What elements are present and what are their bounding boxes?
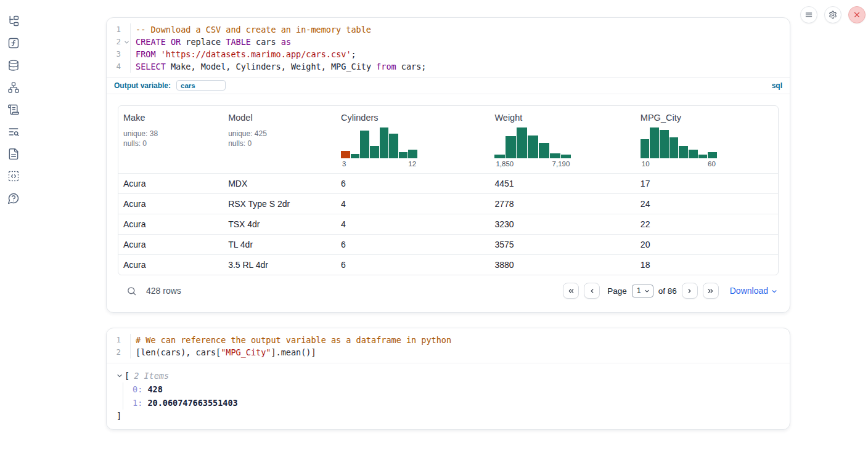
sql-code-editor[interactable]: 1-- Download a CSV and create an in-memo… — [107, 18, 790, 77]
sidebar-item-file-explorer[interactable] — [7, 15, 20, 27]
code-line[interactable]: 1-- Download a CSV and create an in-memo… — [107, 23, 790, 36]
column-histogram — [341, 127, 417, 158]
last-page-button[interactable] — [703, 283, 719, 299]
sidebar-item-documentation[interactable] — [7, 148, 20, 160]
column-header-cylinders[interactable]: Cylinders312 — [336, 106, 489, 173]
table-row[interactable]: AcuraTSX 4dr4323022 — [118, 214, 778, 234]
sidebar-item-scratchpad[interactable] — [7, 103, 20, 116]
sidebar — [0, 0, 30, 449]
line-number: 3 — [107, 48, 123, 60]
histogram-bar — [494, 155, 505, 159]
code-line[interactable]: 1# We can reference the output variable … — [107, 334, 790, 346]
histogram-bar — [550, 153, 560, 159]
code-box-icon — [7, 170, 20, 182]
sidebar-item-help[interactable] — [7, 192, 20, 204]
code-text: CREATE OR replace TABLE cars as — [131, 36, 291, 48]
column-title: MPG_City — [641, 113, 773, 123]
table-row[interactable]: AcuraMDX6445117 — [118, 173, 778, 193]
line-number: 1 — [107, 23, 123, 36]
line-number: 2 — [107, 36, 123, 48]
code-line[interactable]: 4SELECT Make, Model, Cylinders, Weight, … — [107, 60, 790, 73]
gutter-spacer — [123, 60, 131, 73]
code-line[interactable]: 2CREATE OR replace TABLE cars as — [107, 36, 790, 48]
next-page-button[interactable] — [682, 283, 698, 299]
column-header-model[interactable]: Modelunique: 425nulls: 0 — [223, 106, 336, 173]
chevrons-right-icon — [706, 287, 714, 295]
table-cell: TL 4dr — [223, 235, 336, 254]
histogram-bar — [351, 154, 360, 159]
table-cell: 24 — [636, 194, 778, 214]
table-cell: 4451 — [489, 174, 635, 193]
code-text: SELECT Make, Model, Cylinders, Weight, M… — [131, 60, 426, 73]
previous-page-button[interactable] — [584, 283, 600, 299]
download-button[interactable]: Download — [730, 286, 777, 296]
network-icon — [7, 81, 20, 94]
column-header-mpg_city[interactable]: MPG_City1060 — [636, 106, 778, 173]
table-cell: Acura — [118, 235, 223, 254]
pagination: Page 1 of 86 — [563, 283, 777, 299]
tree-entry: 1: 20.060747663551403 — [133, 396, 780, 410]
table-cell: 3.5 RL 4dr — [223, 255, 336, 275]
histogram-bar — [506, 136, 516, 158]
histogram-bar — [650, 127, 659, 158]
page-label: Page — [607, 286, 627, 296]
histogram-bar — [539, 143, 549, 158]
tree-root: [ 2 Items — [117, 371, 780, 381]
table-cell: 6 — [336, 174, 489, 193]
output-variable-bar: Output variable: sql — [107, 77, 790, 94]
axis-tick-min: 3 — [342, 160, 346, 168]
column-title: Cylinders — [341, 113, 485, 123]
chevron-left-icon — [588, 287, 596, 295]
table-cell: 2778 — [489, 194, 635, 214]
histogram-bar — [399, 152, 408, 158]
chevron-right-icon — [686, 287, 694, 295]
python-cell-output: [ 2 Items 0: 4281: 20.060747663551403 ] — [107, 363, 790, 429]
menu-button[interactable] — [800, 6, 817, 23]
line-number: 1 — [107, 334, 123, 346]
tree-key: 1: — [133, 398, 142, 408]
code-text: [len(cars), cars["MPG_City"].mean()] — [131, 346, 316, 358]
column-header-make[interactable]: Makeunique: 38nulls: 0 — [118, 106, 223, 173]
table-row[interactable]: AcuraTL 4dr6357520 — [118, 234, 778, 254]
python-cell: 1# We can reference the output variable … — [106, 328, 790, 430]
sidebar-item-snippets[interactable] — [7, 170, 20, 182]
page-select[interactable]: 1 — [632, 285, 653, 297]
sidebar-item-dependency-graph[interactable] — [7, 81, 20, 94]
axis-tick-max: 60 — [708, 160, 716, 168]
collapse-toggle-icon[interactable] — [117, 373, 123, 379]
column-stat: nulls: 0 — [228, 139, 331, 148]
file-tree-icon — [7, 15, 20, 27]
code-line[interactable]: 3FROM 'https://datasets.marimo.app/cars.… — [107, 48, 790, 60]
sidebar-item-logs[interactable] — [7, 126, 20, 138]
table-cell: 22 — [636, 214, 778, 234]
table-row[interactable]: AcuraRSX Type S 2dr4277824 — [118, 193, 778, 214]
python-code-editor[interactable]: 1# We can reference the output variable … — [107, 328, 790, 363]
search-icon[interactable] — [126, 286, 137, 296]
code-line[interactable]: 2[len(cars), cars["MPG_City"].mean()] — [107, 346, 790, 358]
table-cell: Acura — [118, 174, 223, 193]
settings-button[interactable] — [824, 6, 841, 23]
shutdown-button[interactable] — [848, 6, 866, 23]
row-count: 428 rows — [146, 286, 181, 296]
table-row[interactable]: Acura3.5 RL 4dr6388018 — [118, 254, 778, 275]
table-cell: 18 — [636, 255, 778, 275]
table-cell: 3880 — [489, 255, 635, 275]
axis-tick-max: 7,190 — [552, 160, 570, 168]
axis-tick-min: 1,850 — [496, 160, 514, 168]
column-histogram — [641, 127, 717, 158]
column-header-weight[interactable]: Weight1,8507,190 — [489, 106, 635, 173]
fold-toggle-icon[interactable] — [123, 36, 131, 48]
first-page-button[interactable] — [563, 283, 579, 299]
data-table: Makeunique: 38nulls: 0Modelunique: 425nu… — [118, 105, 779, 275]
output-variable-input[interactable] — [176, 80, 226, 91]
sidebar-item-variables[interactable] — [7, 37, 20, 49]
table-cell: 17 — [636, 174, 778, 193]
close-icon — [853, 10, 861, 19]
table-cell: 6 — [336, 255, 489, 275]
column-histogram — [494, 127, 571, 158]
line-number: 4 — [107, 60, 123, 73]
database-icon — [7, 59, 20, 71]
sidebar-item-datasources[interactable] — [7, 59, 20, 71]
column-stats: unique: 425nulls: 0 — [228, 129, 331, 148]
language-badge[interactable]: sql — [772, 81, 782, 90]
